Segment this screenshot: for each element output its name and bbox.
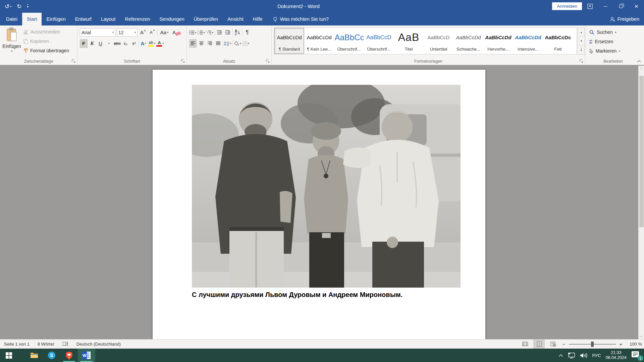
align-left-button[interactable]: [189, 39, 197, 48]
skype-button[interactable]: S: [43, 349, 60, 362]
shading-button[interactable]: ▾: [234, 39, 241, 48]
file-explorer-button[interactable]: [25, 349, 43, 362]
tab-entwurf[interactable]: Entwurf: [70, 13, 96, 25]
redo-button[interactable]: ↻: [17, 3, 21, 10]
share-button[interactable]: Freigeben: [610, 13, 639, 25]
style-kein-leerraum[interactable]: AaBbCcDd¶ Kein Lee...: [304, 28, 334, 54]
style-ueberschrift-1[interactable]: AaBbCcÜberschrif...: [334, 28, 364, 54]
tell-me-box[interactable]: Was möchten Sie tun?: [273, 13, 329, 25]
brave-button[interactable]: [60, 349, 78, 362]
style-ueberschrift-2[interactable]: AaBbCcDÜberschrif...: [364, 28, 394, 54]
increase-indent-button[interactable]: [224, 28, 231, 37]
clear-formatting-button[interactable]: A: [171, 28, 182, 37]
web-layout-button[interactable]: [547, 340, 559, 349]
select-button[interactable]: Markieren ▾: [589, 47, 620, 55]
paste-button[interactable]: Einfügen ▾: [3, 27, 21, 58]
scrollbar-thumb[interactable]: [639, 76, 644, 227]
collapse-ribbon-button[interactable]: [637, 60, 641, 63]
style-titel[interactable]: AaBTitel: [394, 28, 424, 54]
tab-layout[interactable]: Layout: [96, 13, 120, 25]
style-fett[interactable]: AaBbCcDcFett: [543, 28, 573, 54]
bold-button[interactable]: F: [80, 39, 88, 48]
subscript-button[interactable]: x₂: [122, 39, 129, 48]
strikethrough-button[interactable]: abc: [113, 39, 121, 48]
volume-icon[interactable]: [580, 353, 587, 358]
italic-button[interactable]: K: [88, 39, 96, 48]
replace-button[interactable]: abac Ersetzen: [589, 38, 613, 46]
sort-button[interactable]: AZ: [234, 28, 241, 37]
restore-button[interactable]: [613, 0, 629, 13]
language-indicator[interactable]: Deutsch (Deutschland): [76, 342, 121, 347]
page[interactable]: С лучшими друзьями Львом Дуровым и Андре…: [153, 70, 485, 339]
show-paragraph-marks-button[interactable]: ¶: [244, 28, 251, 37]
align-center-button[interactable]: [198, 39, 205, 48]
tray-expand-icon[interactable]: [558, 354, 563, 357]
justify-button[interactable]: [214, 39, 222, 48]
styles-dialog-launcher[interactable]: [579, 59, 584, 63]
customize-qat-button[interactable]: ▾: [27, 4, 29, 8]
signin-button[interactable]: Anmelden: [552, 2, 582, 10]
scroll-down-arrow[interactable]: ˅: [639, 334, 644, 339]
borders-button[interactable]: ▾: [242, 39, 250, 48]
highlight-button[interactable]: ab ▾: [148, 39, 156, 48]
style-intensive-hervorhebung[interactable]: AaBbCcDdIntensive...: [513, 28, 543, 54]
zoom-level[interactable]: 100 %: [626, 342, 642, 347]
paragraph-dialog-launcher[interactable]: [266, 59, 270, 63]
word-taskbar-button[interactable]: W: [78, 349, 95, 362]
superscript-button[interactable]: x²: [130, 39, 138, 48]
tab-referenzen[interactable]: Referenzen: [120, 13, 155, 25]
find-button[interactable]: Suchen ▾: [589, 28, 616, 36]
print-layout-button[interactable]: [533, 340, 545, 349]
tab-einfuegen[interactable]: Einfügen: [42, 13, 70, 25]
font-dialog-launcher[interactable]: [181, 59, 185, 63]
page-indicator[interactable]: Seite 1 von 1: [4, 342, 30, 347]
text-effects-button[interactable]: A▾: [140, 39, 147, 48]
font-family-select[interactable]: Arial▾: [80, 28, 115, 37]
align-right-button[interactable]: [206, 39, 213, 48]
undo-button[interactable]: ↺▾: [5, 3, 11, 10]
underline-dropdown[interactable]: ▾: [105, 39, 113, 48]
network-icon[interactable]: [568, 352, 575, 358]
decrease-indent-button[interactable]: [216, 28, 223, 37]
line-spacing-button[interactable]: ▾: [224, 39, 231, 48]
bullets-button[interactable]: ▾: [189, 28, 197, 37]
cut-button[interactable]: Ausschneiden: [23, 28, 69, 36]
styles-more-button[interactable]: ▾: [578, 46, 585, 55]
tab-hilfe[interactable]: Hilfe: [248, 13, 267, 25]
styles-scroll-down-button[interactable]: ▾: [578, 37, 585, 46]
style-hervorhebung[interactable]: AaBbCcDdHervorhe...: [483, 28, 513, 54]
grow-font-button[interactable]: A▴: [139, 28, 147, 37]
zoom-slider-thumb[interactable]: [591, 342, 594, 347]
copy-button[interactable]: Kopieren: [23, 38, 69, 45]
language-switcher[interactable]: РУС: [592, 353, 601, 358]
clock[interactable]: 21:33 06.04.2024: [605, 350, 627, 360]
clipboard-dialog-launcher[interactable]: [71, 59, 76, 63]
change-case-button[interactable]: Aa▾: [159, 28, 170, 37]
read-mode-button[interactable]: [519, 340, 531, 349]
document-photo[interactable]: [192, 85, 461, 288]
zoom-in-button[interactable]: +: [619, 341, 623, 347]
multilevel-list-button[interactable]: 1ai ▾: [206, 28, 213, 37]
font-size-select[interactable]: 12▾: [117, 28, 138, 37]
font-color-button[interactable]: A ▾: [156, 39, 164, 48]
numbering-button[interactable]: 123 ▾: [198, 28, 205, 37]
scroll-up-arrow[interactable]: ˄: [639, 66, 644, 71]
photo-caption[interactable]: С лучшими друзьями Львом Дуровым и Андре…: [192, 291, 402, 299]
zoom-out-button[interactable]: −: [561, 341, 566, 347]
start-button[interactable]: [0, 349, 17, 362]
minimize-button[interactable]: [598, 0, 613, 13]
style-untertitel[interactable]: AaBbCcDUntertitel: [424, 28, 453, 54]
style-standard[interactable]: AaBbCcDd¶ Standard: [274, 28, 304, 54]
close-button[interactable]: ×: [629, 0, 644, 13]
zoom-slider[interactable]: [569, 344, 616, 345]
shrink-font-button[interactable]: A▾: [148, 28, 156, 37]
styles-scroll-up-button[interactable]: ▴: [578, 27, 585, 37]
word-count[interactable]: 8 Wörter: [38, 342, 54, 347]
tab-ansicht[interactable]: Ansicht: [223, 13, 248, 25]
tab-datei[interactable]: Datei: [1, 13, 22, 25]
action-center-button[interactable]: 1: [631, 351, 641, 360]
tab-sendungen[interactable]: Sendungen: [155, 13, 189, 25]
tab-ueberpruefen[interactable]: Überprüfen: [189, 13, 223, 25]
style-schwache-hervorhebung[interactable]: AaBbCcDdSchwache...: [453, 28, 483, 54]
ribbon-display-options-button[interactable]: [582, 0, 598, 13]
